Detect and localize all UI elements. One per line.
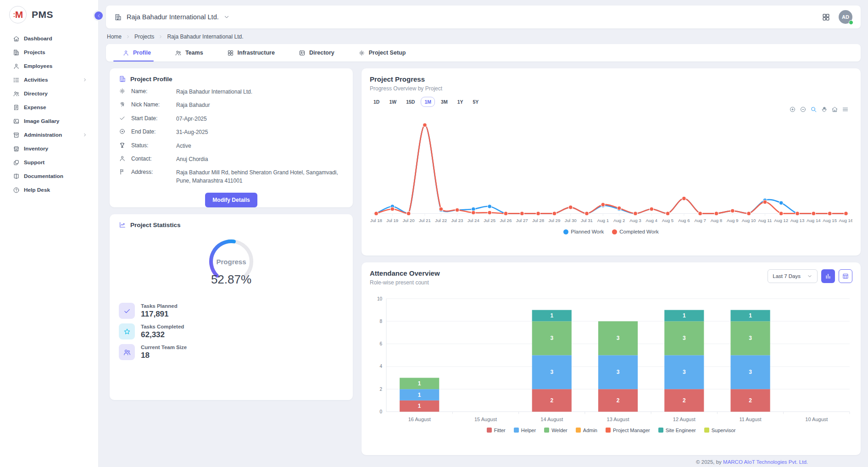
legend-welder[interactable]: Welder (544, 428, 568, 433)
legend-marker (514, 428, 519, 433)
stat-text: Current Team Size18 (141, 345, 187, 360)
breadcrumb-item-home[interactable]: Home (107, 33, 122, 40)
tab-directory[interactable]: Directory (287, 44, 346, 61)
card-title: Project Profile (130, 76, 172, 83)
sidebar-item-image-gallary[interactable]: Image Gallary (0, 114, 98, 128)
project-progress-card: Project Progress Progress Overview by Pr… (362, 68, 861, 256)
breadcrumb-item-projects[interactable]: Projects (134, 33, 154, 40)
sidebar-item-support[interactable]: Support (0, 156, 98, 169)
building-icon (119, 75, 126, 83)
company-name: Raja Bahadur International Ltd. (127, 13, 219, 21)
stat-label: Tasks Completed (141, 324, 184, 329)
chevron-right-icon (83, 78, 87, 82)
toolbar-hand-button[interactable] (821, 106, 828, 113)
card-subtitle: Progress Overview by Project (370, 85, 852, 92)
legend-fitter[interactable]: Fitter (487, 428, 506, 433)
svg-text:12 August: 12 August (673, 417, 696, 422)
sidebar-item-help-desk[interactable]: Help Desk (0, 183, 98, 197)
toolbar-home-button[interactable] (831, 106, 838, 113)
field-label: Status: (131, 142, 171, 149)
toolbar-zoom-out-button[interactable] (800, 106, 807, 113)
tab-teams[interactable]: Teams (163, 44, 215, 61)
attendance-chart[interactable]: 024681016 August11115 August14 August233… (370, 289, 852, 428)
svg-text:Jul 19: Jul 19 (386, 218, 398, 223)
field-label: End Date: (131, 128, 171, 135)
sidebar-item-inventory[interactable]: Inventory (0, 142, 98, 156)
profile-field-status-: Status:Active (119, 142, 344, 150)
legend-site-engineer[interactable]: Site Engineer (658, 428, 696, 433)
attendance-range-select[interactable]: Last 7 Days (768, 269, 818, 283)
modify-details-button[interactable]: Modify Details (205, 193, 257, 207)
topbar-right: AD (822, 10, 852, 24)
sidebar-collapse-button[interactable] (95, 11, 103, 20)
legend-completed-work[interactable]: Completed Work (612, 229, 658, 234)
tab-infrastructure[interactable]: Infrastructure (215, 44, 287, 61)
company-selector[interactable]: Raja Bahadur International Ltd. (114, 13, 230, 21)
tab-label: Infrastructure (238, 50, 275, 56)
legend-label: Completed Work (619, 229, 658, 234)
sidebar-item-directory[interactable]: Directory (0, 87, 98, 100)
svg-text:Aug 13: Aug 13 (790, 218, 805, 223)
app-logo[interactable]: M PMS (0, 0, 98, 26)
svg-text:Jul 29: Jul 29 (549, 218, 561, 223)
project-progress-chart[interactable]: Jul 18Jul 19Jul 20Jul 21Jul 22Jul 23Jul … (370, 109, 852, 229)
field-value: 31-Aug-2025 (176, 128, 208, 136)
range-button-1w[interactable]: 1W (385, 97, 400, 107)
range-button-1d[interactable]: 1D (370, 97, 383, 107)
tab-project-setup[interactable]: Project Setup (346, 44, 418, 61)
legend-project-manager[interactable]: Project Manager (606, 428, 650, 433)
toolbar-menu-button[interactable] (842, 106, 849, 113)
star-icon (119, 323, 135, 339)
range-button-3m[interactable]: 3M (437, 97, 451, 107)
range-button-1y[interactable]: 1Y (454, 97, 467, 107)
svg-text:4: 4 (380, 364, 383, 369)
gear-icon (358, 50, 365, 56)
table-view-button[interactable] (839, 269, 852, 283)
footer-brand-link[interactable]: MARCO AIoT Technologies Pvt. Ltd. (723, 459, 808, 465)
profile-field-name-: Name:Raja Bahadur International Ltd. (119, 88, 344, 96)
profile-field-nick-name-: Nick Name:Raja Bahadur (119, 101, 344, 109)
svg-text:2: 2 (617, 397, 620, 404)
svg-text:Jul 18: Jul 18 (370, 218, 382, 223)
legend-admin[interactable]: Admin (576, 428, 597, 433)
sidebar-item-label: Inventory (24, 145, 48, 152)
sidebar-item-employees[interactable]: Employees (0, 59, 98, 73)
legend-supervisor[interactable]: Supervisor (704, 428, 736, 433)
toolbar-magnifier-button[interactable] (810, 106, 817, 113)
sidebar-item-expense[interactable]: Expense (0, 100, 98, 114)
online-status-dot (849, 20, 853, 25)
svg-text:Jul 22: Jul 22 (435, 218, 447, 223)
svg-text:Aug 9: Aug 9 (727, 218, 738, 223)
user-avatar[interactable]: AD (839, 10, 852, 24)
sidebar-item-projects[interactable]: Projects (0, 45, 98, 59)
svg-text:3: 3 (550, 369, 553, 375)
card-title: Project Statistics (130, 222, 181, 228)
book-icon (13, 173, 20, 180)
tab-label: Directory (309, 50, 334, 56)
people-icon (119, 344, 135, 360)
range-button-1m[interactable]: 1M (421, 97, 435, 107)
svg-text:14 August: 14 August (540, 417, 563, 422)
sidebar-item-documentation[interactable]: Documentation (0, 169, 98, 183)
sidebar-item-activities[interactable]: Activities (0, 73, 98, 87)
range-button-5y[interactable]: 5Y (469, 97, 482, 107)
bar-chart-icon (824, 272, 832, 280)
attendance-header: Attendance Overview Role-wise present co… (370, 269, 852, 286)
profile-field-start-date-: Start Date:07-Apr-2025 (119, 115, 344, 123)
sidebar: M PMS DashboardProjectsEmployeesActiviti… (0, 0, 99, 467)
range-button-15d[interactable]: 15D (402, 97, 418, 107)
chevron-right-icon (83, 133, 87, 137)
sidebar-item-dashboard[interactable]: Dashboard (0, 32, 98, 45)
legend-helper[interactable]: Helper (514, 428, 536, 433)
apps-grid-button[interactable] (822, 13, 830, 22)
toolbar-zoom-in-button[interactable] (789, 106, 796, 113)
svg-text:Jul 24: Jul 24 (467, 218, 479, 223)
tab-profile[interactable]: Profile (111, 44, 163, 61)
breadcrumb-separator-icon (126, 34, 130, 39)
breadcrumb-item-raja-bahadur-international-ltd-[interactable]: Raja Bahadur International Ltd. (167, 33, 243, 40)
bar-view-button[interactable] (821, 269, 835, 283)
breadcrumb: HomeProjectsRaja Bahadur International L… (107, 33, 860, 40)
legend-planned-work[interactable]: Planned Work (563, 229, 604, 234)
progress-gauge: Progress 52.87% (192, 238, 270, 292)
sidebar-item-administration[interactable]: Administration (0, 128, 98, 142)
